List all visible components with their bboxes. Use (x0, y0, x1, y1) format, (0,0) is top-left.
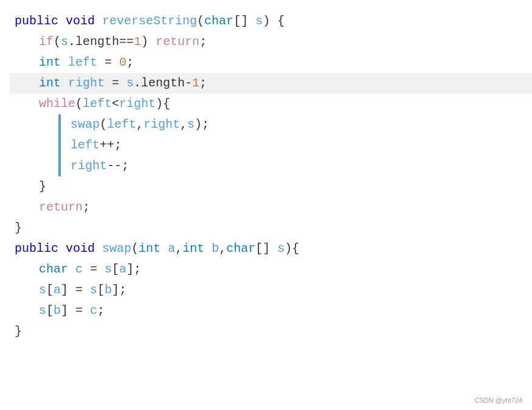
method-swap-call: swap (71, 114, 100, 135)
keyword-public: public (15, 11, 58, 32)
code-line-1: public void reverseString ( char [] s ) … (10, 11, 532, 32)
code-line-12: public void swap ( int a , int b , char … (10, 238, 532, 259)
keyword-void-2: void (66, 238, 95, 259)
var-left-4: left (71, 135, 100, 156)
keyword-int-1: int (39, 52, 61, 73)
var-b-1: b (212, 238, 219, 259)
var-right-4: right (71, 156, 107, 176)
code-line-14: s [ a ] = s [ b ]; (10, 280, 532, 301)
code-block: public void reverseString ( char [] s ) … (0, 11, 532, 342)
code-line-7: left ++; (10, 135, 532, 156)
code-line-16: } (10, 321, 532, 342)
keyword-public-2: public (15, 238, 58, 259)
code-line-13: char c = s [ a ]; (10, 259, 532, 280)
param-char-s: char (226, 238, 255, 259)
code-line-2: if ( s .length== 1 ) return ; (10, 32, 532, 52)
keyword-while: while (39, 94, 75, 114)
var-left-3: left (107, 114, 136, 135)
watermark: CSDN @yht724 (475, 397, 522, 404)
param-s: s (255, 11, 263, 32)
code-container: public void reverseString ( char [] s ) … (0, 0, 532, 410)
keyword-return-2: return (39, 197, 83, 218)
code-line-10: return ; (10, 197, 532, 218)
var-right-2: right (119, 94, 156, 114)
var-left-1: left (68, 52, 97, 73)
var-s-5: s (39, 280, 46, 301)
number-0: 0 (119, 52, 126, 73)
number-1b: 1 (192, 73, 199, 94)
var-b-2: b (105, 280, 112, 301)
keyword-int-2: int (39, 73, 61, 94)
code-line-6: swap ( left , right , s ); (10, 114, 532, 135)
var-a-2: a (119, 259, 126, 280)
var-s-2: s (126, 73, 134, 94)
var-a-1: a (168, 238, 175, 259)
var-b-3: b (54, 301, 61, 321)
keyword-if: if (39, 32, 54, 52)
code-line-4: int right = s .length- 1 ; (10, 73, 532, 94)
var-s-7: s (39, 301, 46, 321)
code-line-5: while ( left < right ){ (10, 94, 532, 114)
var-c-2: c (90, 301, 97, 321)
var-s-4: s (105, 259, 112, 280)
code-line-15: s [ b ] = c ; (10, 301, 532, 321)
param-int-a: int (139, 238, 161, 259)
param-s-2: s (277, 238, 285, 259)
code-line-3: int left = 0 ; (10, 52, 532, 73)
code-line-9: } (10, 176, 532, 197)
var-c-1: c (75, 259, 83, 280)
var-s-6: s (90, 280, 97, 301)
var-s-1: s (61, 32, 68, 52)
keyword-return-1: return (156, 32, 199, 52)
code-line-8: right --; (10, 156, 532, 176)
var-right-3: right (143, 114, 180, 135)
code-line-11: } (10, 218, 532, 238)
var-a-3: a (54, 280, 61, 301)
number-1: 1 (134, 32, 141, 52)
var-left-2: left (83, 94, 112, 114)
method-reverseString: reverseString (102, 11, 197, 32)
keyword-char-1: char (39, 259, 68, 280)
method-swap: swap (102, 238, 131, 259)
var-right-1: right (68, 73, 105, 94)
param-int-b: int (182, 238, 204, 259)
param-type-char: char (204, 11, 233, 32)
var-s-3: s (187, 114, 195, 135)
keyword-void: void (66, 11, 95, 32)
